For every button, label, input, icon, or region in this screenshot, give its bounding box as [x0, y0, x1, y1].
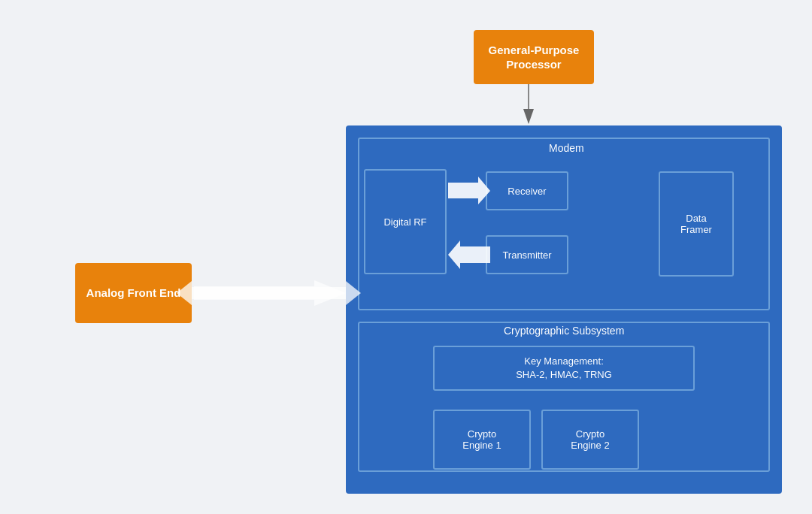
crypto-subsystem-label: Cryptographic Subsystem [504, 325, 624, 337]
receiver-box: Receiver [486, 171, 568, 210]
gpp-label: General-Purpose Processor [474, 43, 594, 72]
svg-marker-8 [194, 280, 346, 306]
afe-box: Analog Front End [75, 263, 192, 323]
transmitter-box: Transmitter [486, 235, 568, 274]
gpp-box: General-Purpose Processor [474, 30, 594, 84]
diagram-container: General-Purpose Processor Modem Digital … [0, 0, 812, 514]
receiver-label: Receiver [508, 186, 546, 197]
crypto-engine1-box: CryptoEngine 1 [433, 410, 531, 470]
transmitter-label: Transmitter [502, 249, 551, 261]
data-framer-box: DataFramer [659, 171, 734, 277]
digital-rf-label: Digital RF [383, 216, 426, 228]
svg-marker-9 [177, 281, 361, 305]
crypto-engine1-label: CryptoEngine 1 [462, 428, 501, 451]
svg-marker-7 [194, 280, 346, 306]
key-management-label: Key Management:SHA-2, HMAC, TRNG [516, 355, 612, 382]
afe-label: Analog Front End [86, 286, 181, 301]
crypto-engine2-label: CryptoEngine 2 [571, 428, 609, 451]
digital-rf-box: Digital RF [364, 169, 447, 274]
crypto-engine2-box: CryptoEngine 2 [541, 410, 639, 470]
key-management-box: Key Management:SHA-2, HMAC, TRNG [433, 346, 695, 391]
modem-label: Modem [549, 142, 584, 154]
data-framer-label: DataFramer [680, 213, 712, 235]
